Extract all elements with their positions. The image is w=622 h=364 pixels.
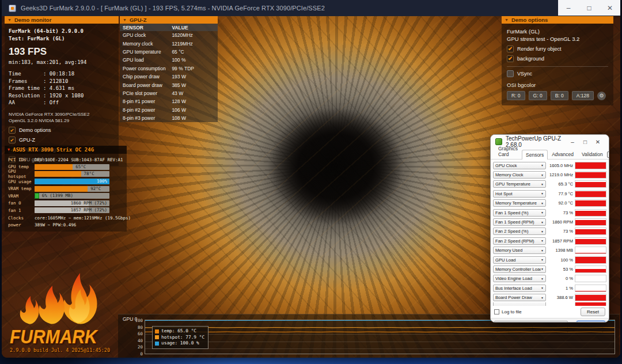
sensor-current-value: 1605.0 MHz bbox=[546, 163, 575, 168]
sensor-dropdown-label: Memory Used bbox=[495, 248, 541, 253]
close-button[interactable]: Close bbox=[577, 321, 605, 323]
demo-monitor-header[interactable]: ▼ Demo monitor bbox=[5, 16, 119, 24]
demo-monitor-panel: ▼ Demo monitor FurMark (64-bit) 2.9.0.0 … bbox=[5, 16, 119, 166]
graph-plot-area: 100806040200 temp: 65.0 °Chotspot: 77.9 … bbox=[145, 320, 615, 354]
tab-advanced[interactable]: Advanced bbox=[548, 149, 578, 159]
checkbox-checked-icon: ✔ bbox=[507, 46, 514, 52]
gpuz-sensor-row-partial bbox=[493, 302, 606, 306]
minimize-icon[interactable]: – bbox=[566, 139, 579, 145]
sensor-dropdown bbox=[493, 302, 546, 306]
graph-red-fill bbox=[575, 182, 606, 187]
sensor-dropdown[interactable]: Memory Controller Load▼ bbox=[493, 266, 546, 273]
vsync-toggle[interactable]: ✔ VSync bbox=[507, 70, 608, 77]
gpu-name-line: NVIDIA GeForce RTX 3090/PCIe/SSE2 bbox=[9, 111, 115, 117]
sensor-history-graph bbox=[575, 285, 606, 292]
bar-fill bbox=[35, 164, 73, 170]
sensor-current-value: 388.6 W bbox=[546, 295, 575, 300]
sensor-name: 8-pin #2 power bbox=[120, 107, 170, 113]
sensor-history-graph bbox=[575, 266, 606, 273]
close-icon[interactable]: ✕ bbox=[601, 4, 619, 12]
sensor-dropdown[interactable]: Video Engine Load▼ bbox=[493, 275, 546, 282]
stat-label: Resolution bbox=[9, 92, 43, 100]
minimize-icon[interactable]: – bbox=[560, 4, 577, 12]
gpuz-overlay-header[interactable]: ▼ GPU-Z bbox=[120, 16, 218, 24]
checkbox-row[interactable]: ✔Render furry object bbox=[507, 46, 608, 52]
sensor-history-graph bbox=[575, 227, 606, 235]
rgba-channel-button[interactable]: B: 0 bbox=[551, 91, 568, 100]
sensor-dropdown-label: GPU Clock bbox=[495, 163, 541, 168]
graph-legend: temp: 65.0 °Chotspot: 77.9 °Cusage: 100.… bbox=[152, 326, 208, 349]
titlebar[interactable]: Geeks3D FurMark 2.9.0.0 - [ FurMark (GL)… bbox=[2, 0, 620, 16]
sensor-dropdown-label: Memory Controller Load bbox=[495, 267, 541, 272]
sensor-dropdown[interactable]: Memory Used▼ bbox=[493, 247, 546, 254]
sensor-value: 1620MHz bbox=[170, 32, 218, 38]
sensor-dropdown[interactable]: Memory Temperature▼ bbox=[493, 199, 546, 207]
checkbox-checked-icon: ✔ bbox=[9, 127, 16, 134]
stat-row: AA: Off bbox=[9, 99, 115, 107]
reset-button[interactable]: Reset bbox=[581, 308, 605, 316]
sensor-name: PCIe slot power bbox=[120, 90, 170, 96]
tab-graphics-card[interactable]: Graphics Card bbox=[494, 143, 522, 159]
checkbox-row[interactable]: ✔Demo options bbox=[9, 127, 115, 134]
gpu-stat-bar-row: fan 01860 RPM (72%) bbox=[8, 200, 123, 207]
stat-value: : Off bbox=[43, 100, 59, 105]
sensor-dropdown[interactable]: Bus Interface Load▼ bbox=[493, 285, 546, 292]
sensor-dropdown[interactable]: GPU Load▼ bbox=[493, 256, 546, 264]
checkbox-row[interactable]: ✔GPU-Z bbox=[9, 136, 115, 143]
color-picker-icon[interactable]: ⚙ bbox=[597, 92, 606, 100]
device-select[interactable]: NVIDIA GeForce RTX 3090 ∨ bbox=[494, 321, 568, 323]
bar-value: 65°C bbox=[75, 164, 86, 170]
y-axis-tick: 60 bbox=[126, 331, 143, 336]
sensor-dropdown[interactable]: GPU Clock▼ bbox=[493, 162, 546, 169]
flame-icon bbox=[10, 266, 108, 327]
asus-panel-header[interactable]: ▼ ASUS RTX 3090 Strix OC 24G bbox=[5, 146, 127, 154]
chevron-down-icon: ▼ bbox=[541, 221, 544, 224]
sensor-current-value: 1857 RPM bbox=[546, 238, 575, 244]
log-to-file-checkbox[interactable] bbox=[494, 309, 499, 314]
legend-swatch bbox=[155, 342, 159, 346]
maximize-icon[interactable]: □ bbox=[579, 139, 591, 145]
stat-row: Time: 00:18:18 bbox=[9, 70, 115, 78]
checkbox-row[interactable]: ✔background bbox=[507, 55, 608, 62]
rgba-channel-button[interactable]: A:128 bbox=[572, 91, 594, 100]
sensor-dropdown[interactable]: Fan 2 Speed (%)▼ bbox=[493, 227, 546, 235]
sensor-dropdown[interactable]: Hot Spot▼ bbox=[493, 190, 546, 198]
checkbox-label: Demo options bbox=[19, 127, 51, 133]
sensor-table-row: Board power draw385 W bbox=[120, 81, 218, 89]
sensor-name: 8-pin #3 power bbox=[120, 115, 170, 121]
sensor-history-graph bbox=[575, 180, 606, 188]
build-line: 2.9.0.0 build Jul. 4 2025@11:45:20 bbox=[10, 347, 113, 353]
fps-readout: 193 FPS bbox=[9, 46, 115, 58]
rgba-channel-button[interactable]: G: 0 bbox=[529, 91, 547, 100]
gpuz-sensor-row: Memory Controller Load▼53 % bbox=[493, 264, 606, 274]
collapse-triangle-icon: ▼ bbox=[7, 147, 10, 152]
legend-text: temp: 65.0 °C bbox=[161, 328, 196, 335]
sensor-current-value: 100 % bbox=[546, 257, 575, 263]
maximize-icon[interactable]: □ bbox=[581, 4, 598, 12]
sensor-dropdown[interactable]: Board Power Draw▼ bbox=[493, 294, 546, 301]
chevron-down-icon: ▼ bbox=[541, 173, 544, 177]
close-icon[interactable]: ✕ bbox=[591, 139, 604, 145]
sensor-dropdown[interactable]: GPU Temperature▼ bbox=[493, 180, 546, 188]
sensor-current-value: 92.0 °C bbox=[546, 200, 575, 206]
sensor-current-value: 73 % bbox=[546, 229, 575, 234]
sensor-history-graph bbox=[575, 294, 606, 301]
bar-track: 100% bbox=[35, 179, 109, 184]
y-axis-tick: 80 bbox=[126, 324, 143, 329]
sensor-dropdown[interactable]: Memory Clock▼ bbox=[493, 171, 546, 179]
bar-value: 6% (1399 MB) bbox=[42, 193, 73, 199]
sensor-dropdown[interactable]: Fan 2 Speed (RPM)▼ bbox=[493, 237, 546, 245]
screenshot-icon[interactable] bbox=[607, 151, 609, 158]
rgba-channel-button[interactable]: R: 0 bbox=[507, 91, 525, 100]
sensor-dropdown[interactable]: Fan 1 Speed (%)▼ bbox=[493, 209, 546, 217]
chevron-down-icon: ▼ bbox=[541, 267, 544, 271]
tab-sensors[interactable]: Sensors bbox=[522, 150, 548, 160]
sensor-dropdown[interactable]: Fan 1 Speed (RPM)▼ bbox=[493, 218, 546, 226]
bar-value: 1857 RPM (72%) bbox=[71, 207, 107, 213]
sensor-name: Power consumption bbox=[120, 66, 170, 71]
demo-options-header[interactable]: ▼ Demo options bbox=[502, 16, 613, 24]
sensor-value: 128 W bbox=[170, 98, 218, 104]
sensor-table-row: 8-pin #2 power106 W bbox=[120, 106, 218, 114]
tab-validation[interactable]: Validation bbox=[578, 149, 607, 159]
sensor-table: GPU clock1620MHzMemory clock1219MHzGPU t… bbox=[120, 31, 218, 122]
